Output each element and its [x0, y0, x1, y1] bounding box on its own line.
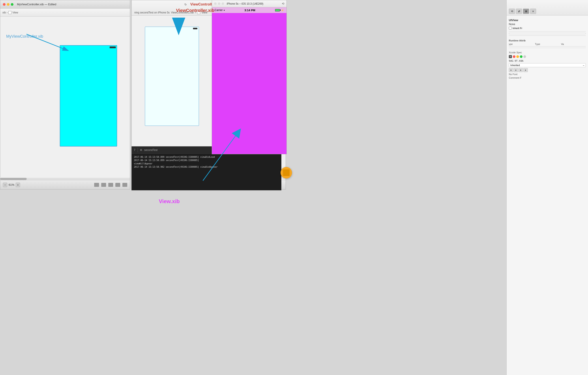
inherited-field[interactable]: Inherited – [509, 63, 586, 67]
dot-red [513, 55, 515, 58]
sim-battery: ⚡ [275, 9, 284, 11]
view-status-bar-left [110, 47, 116, 48]
inspector-empty-field[interactable] [509, 33, 586, 34]
simulator-panel: iPhone 5s – iOS 10.3 (14E269) ⟲ Carrier … [212, 0, 287, 154]
inherit-checkbox[interactable] [509, 27, 512, 30]
sim-tl-1[interactable] [214, 2, 217, 5]
no-font-label: No Font [509, 72, 586, 76]
sim-tl-3[interactable] [222, 2, 224, 5]
toolbar-icon-5[interactable] [122, 183, 127, 187]
viewcontroller-xib-annotation-label: ViewController.xib [176, 8, 214, 13]
left-bottom-toolbar: − 61% + [0, 180, 130, 189]
left-toolbar-icons [94, 183, 127, 187]
align-center-btn[interactable]: ≡ [514, 68, 518, 72]
left-window-titlebar: MyViewController.xib — Edited [0, 0, 130, 9]
sim-time: 3:14 PM [244, 9, 255, 12]
running-label: ning secondTest on iPhone 5s [134, 11, 170, 14]
yellow-circle-button[interactable] [281, 167, 292, 178]
toolbar-icon-1[interactable] [94, 183, 99, 187]
inspector-panel: ⟲ ⇄ ⊞ ≡ UIView None Inherit Fr Runtime A… [506, 0, 588, 375]
dot-green [520, 55, 523, 58]
inherit-checkbox-row: Inherit Fr [509, 26, 586, 30]
divider-1 [509, 31, 586, 31]
toolbar-icon-4[interactable] [115, 183, 120, 187]
log-line-4: 2017-06-14 15:13:50.902 secondTest[49106… [134, 165, 279, 169]
sim-title: iPhone 5s – iOS 10.3 (14E269) [227, 2, 263, 5]
battery-tip [280, 10, 281, 11]
view-status-bar-center [193, 28, 197, 29]
breadcrumb-part1: xib [2, 11, 6, 14]
runtime-header: Runtime Attrib [509, 38, 586, 43]
viewxib-annotation-label: View.xib [159, 198, 180, 204]
carrier-text: Carrier [215, 9, 223, 12]
inspector-btn-2[interactable]: ⇄ [516, 9, 522, 14]
log-line-2: 2017-06-14 15:13:50.899 secondTest[49106… [134, 159, 279, 162]
none-text: None [509, 22, 586, 26]
close-button-left[interactable] [3, 3, 6, 6]
zoom-in-button-left[interactable]: + [16, 183, 20, 187]
inspector-toolbar: ⟲ ⇄ ⊞ ≡ [507, 0, 588, 15]
left-breadcrumb-bar: xib › View [0, 9, 130, 17]
sim-screen [212, 13, 286, 154]
runtime-cols: ype Type Va [509, 43, 586, 47]
xcode-spec-section: Xcode Spec ✕ 9dG-9T-X8A Inherited – ≡ ≡ … [509, 51, 586, 80]
battery-bolt: ⚡ [281, 9, 284, 11]
minimize-button-left[interactable] [7, 3, 10, 6]
spec-code: 9dG-9T-X8A [509, 59, 586, 63]
left-scrollbar[interactable] [0, 178, 130, 180]
sim-titlebar: iPhone 5s – iOS 10.3 (14E269) ⟲ [212, 0, 286, 7]
inherited-label: Inherited [510, 64, 520, 67]
left-view-container[interactable] [60, 45, 117, 147]
align-buttons: ≡ ≡ ≡ ≡ [509, 68, 586, 72]
align-left-btn[interactable]: ≡ [509, 68, 513, 72]
yellow-circle-icon [283, 169, 290, 176]
align-right-btn[interactable]: ≡ [518, 68, 523, 72]
toolbar-icon-3[interactable] [108, 183, 113, 187]
left-panel: MyViewController.xib — Edited xib › View… [0, 0, 130, 190]
center-view-container[interactable] [145, 27, 199, 126]
log-line-3: viewWillAppear [134, 162, 279, 165]
log-line-1: 2017-06-14 15:13:50.899 secondTest[49106… [134, 155, 279, 159]
x-close-btn[interactable]: ✕ [509, 55, 512, 58]
inherit-label: Inherit Fr [513, 27, 522, 30]
sim-status-bar: Carrier ▾ 3:14 PM ⚡ [212, 7, 286, 13]
traffic-lights-left [3, 3, 13, 6]
left-window-title: MyViewController.xib — Edited [17, 3, 56, 6]
runtime-col-val-label: Va [561, 43, 586, 45]
inspector-btn-1[interactable]: ⟲ [509, 9, 515, 14]
xcode-close-row: ✕ [509, 54, 586, 59]
inspector-btn-4[interactable]: ≡ [530, 9, 536, 14]
zoom-out-button-left[interactable]: − [3, 183, 7, 187]
grid-icon: ⊞ [140, 149, 142, 151]
align-justify-btn[interactable]: ≡ [523, 68, 528, 72]
xcode-spec-label: Xcode Spec [509, 51, 586, 54]
divider-3 [509, 48, 586, 48]
runtime-section: Runtime Attrib ype Type Va [509, 38, 586, 47]
toolbar-icon-2[interactable] [101, 183, 106, 187]
divider-2 [509, 35, 586, 36]
sim-settings-icon[interactable]: ⟲ [282, 2, 284, 5]
breadcrumb-part2: View [12, 11, 18, 14]
runtime-col-key-label: ype [509, 43, 534, 45]
sim-tl-2[interactable] [218, 2, 220, 5]
dot-gray [523, 55, 526, 58]
zoom-control-left: − 61% + [3, 183, 20, 187]
left-canvas [0, 17, 130, 180]
inherited-arrow: – [583, 64, 584, 67]
console-project-label: secondTest [144, 149, 158, 152]
left-scrollbar-thumb[interactable] [0, 178, 27, 180]
zoom-level-left: 61% [9, 183, 14, 186]
dot-yellow [516, 55, 519, 58]
refresh-icon[interactable]: ↻ [184, 3, 187, 6]
left-breadcrumb: xib › View [2, 11, 18, 14]
view-icon [8, 11, 11, 14]
console-index: 7 [134, 149, 136, 152]
myviewcontroller-annotation-label: MyViewController.xib [6, 34, 43, 39]
inspector-btn-3[interactable]: ⊞ [523, 9, 529, 14]
maximize-button-left[interactable] [11, 3, 13, 6]
runtime-col-type-label: Type [535, 43, 559, 45]
inspector-content: UIView None Inherit Fr Runtime Attrib yp… [507, 15, 588, 375]
wifi-icon: ▾ [224, 9, 225, 11]
console-toolbar-divider [138, 148, 138, 152]
console-content: 2017-06-14 15:13:50.899 secondTest[49106… [132, 153, 281, 170]
